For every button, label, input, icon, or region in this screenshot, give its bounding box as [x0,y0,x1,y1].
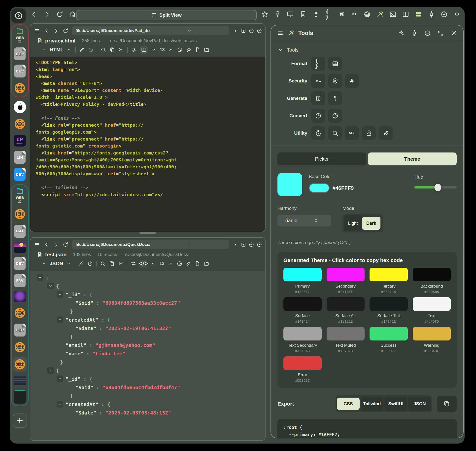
main-url-bar[interactable]: Split View [76,10,257,20]
split-button[interactable] [140,46,148,54]
columns-toolbar-button[interactable] [402,11,409,18]
pane-close-button[interactable] [257,28,262,34]
chevron-down-icon[interactable] [152,242,227,247]
theme-swatch-primary[interactable]: Primary#1AFFF7 [283,268,322,294]
pane-menu-icon[interactable] [34,28,40,34]
harmony-select[interactable]: Triadic [277,215,331,226]
mode-collapse-icon[interactable] [41,261,47,266]
chevron-down-icon[interactable] [152,29,227,33]
theme-swatch-surface-alt[interactable]: Surface Alt#1E1E1E [327,297,365,323]
tool-button-search[interactable] [328,126,342,140]
collapse-chevron-icon[interactable] [47,367,54,374]
tool-button-braces[interactable]: { } [311,57,325,71]
tool-button-abc[interactable]: Abc [345,126,359,140]
sidebar-item-dev[interactable]: DEV [13,64,26,78]
theme-swatch-tertiary[interactable]: Tertiary#FFF71A [370,268,408,294]
folder-button[interactable] [204,261,209,266]
base-color-input[interactable] [309,183,330,193]
sidebar-item-fav[interactable]: FAV [13,273,26,288]
sidebar-item-lin[interactable]: LIN [13,150,26,164]
copy-button[interactable] [109,47,115,53]
json-tree-viewer[interactable]: [{"_id" : {"$oid" : "69604fd697563aa33c0… [30,271,265,440]
sidebar-item-web[interactable]: WEB22 [14,26,26,44]
pencil-button[interactable] [79,47,85,53]
theme-swatch-surface[interactable]: Surface#141414 [283,297,322,323]
diagarrows-button[interactable] [437,30,444,37]
collapse-chevron-icon[interactable] [37,274,43,281]
theme-swatch-secondary[interactable]: Secondary#F71AFF [327,268,365,294]
doclist-toolbar-button[interactable] [300,11,307,18]
pane-reload-button[interactable] [63,242,68,248]
mode-dropdown-icon[interactable] [66,261,71,266]
tool-button-timer[interactable] [311,126,325,140]
new-tab-button[interactable] [13,413,27,428]
sidebar-item-apple[interactable] [13,100,27,114]
rows-toolbar-button[interactable] [415,11,422,18]
brush-button[interactable] [186,47,192,53]
fwd-button[interactable] [43,11,51,18]
tool-button-hashbadge[interactable] [311,91,325,105]
sidebar-item-neonj[interactable] [13,291,27,303]
swap-button[interactable] [131,261,136,266]
cmd-toolbar-button[interactable]: ⌘ [338,11,345,18]
pane-forward-button[interactable] [53,242,59,248]
mode-dropdown-icon[interactable] [66,47,72,53]
export-format-swiftui[interactable]: SwiftUI [384,397,407,411]
sidebar-item-dp[interactable]: dPdevPad [13,134,27,147]
pane-back-button[interactable] [44,28,50,34]
collapse-chevron-icon[interactable] [57,376,63,382]
vexpand-button[interactable] [411,30,418,37]
pane-forward-button[interactable] [53,28,59,34]
brush-button[interactable] [186,261,191,266]
tool-button-db[interactable] [362,126,376,140]
pane-menu-icon[interactable] [34,242,40,248]
sidebar-item-dev[interactable]: DEV [13,167,26,182]
history-button[interactable] [88,47,94,53]
chevup-button[interactable] [168,261,173,266]
search-button[interactable] [100,261,106,266]
panel-menu-icon[interactable] [277,30,284,37]
theme-swatch-surface-tint[interactable]: Surface Tint#141F1E [370,297,408,323]
scissors-toolbar-button[interactable]: ✂ [351,11,358,18]
sidebar-item-web[interactable]: WEB22 [14,186,26,204]
theme-swatch-text-muted[interactable]: Text Muted#737373 [327,327,365,353]
app-logo[interactable] [11,8,26,23]
tool-button-key[interactable] [311,74,325,88]
pane-popout-button[interactable] [241,28,246,34]
theme-swatch-warning[interactable]: Warning#DDB43C [413,327,451,353]
sidebar-item-ind[interactable]: IND [13,340,27,354]
sidebar-item-gui[interactable]: GUI [13,306,27,320]
theme-swatch-text[interactable]: Text#F5F5F5 [413,297,451,323]
pane-url-bar[interactable]: file:///Users/jt/Documents/devPad_docs/w… [72,26,229,35]
tool-button-clock[interactable] [311,109,325,123]
tool-button-table[interactable] [328,57,342,71]
back-button[interactable] [30,11,38,18]
minuscircle-button[interactable] [424,30,431,37]
reload-button[interactable] [56,11,64,18]
sidebar-item-code1[interactable] [13,374,27,387]
tab-theme[interactable]: Theme [368,152,457,165]
monitor-toolbar-button[interactable] [287,11,294,18]
sidebar-item-cha[interactable]: CHA [13,207,27,221]
sidebar-item-her[interactable]: HER [13,323,26,337]
sidebar-item-synthwave[interactable] [13,241,27,254]
tool-button-keyvert[interactable] [328,91,342,105]
tool-button-leaf[interactable] [379,126,393,140]
folder-button[interactable] [204,47,209,53]
language-mode-label[interactable]: HTML [50,47,64,53]
x-button[interactable] [450,30,457,37]
tool-button-palette[interactable] [328,109,342,123]
palette-button[interactable] [177,261,182,266]
theme-swatch-background[interactable]: Background#0A0A0A [413,268,451,294]
sidebar-item-ind[interactable]: IND [13,81,27,95]
sidebar-item-pri[interactable]: PRI [13,357,27,372]
sidebar-item-dev[interactable]: DEV [13,256,26,271]
vexpand-toolbar-button[interactable] [428,11,435,18]
pane-popout-button[interactable] [241,242,246,247]
tools-toolbar-button[interactable] [376,11,384,18]
copy-button[interactable] [109,261,115,266]
tab-picker[interactable]: Picker [277,152,366,165]
base-color-swatch[interactable] [277,173,302,196]
gear-toolbar-button[interactable]: ⚙ [453,11,461,18]
export-format-json[interactable]: JSON [408,397,431,411]
